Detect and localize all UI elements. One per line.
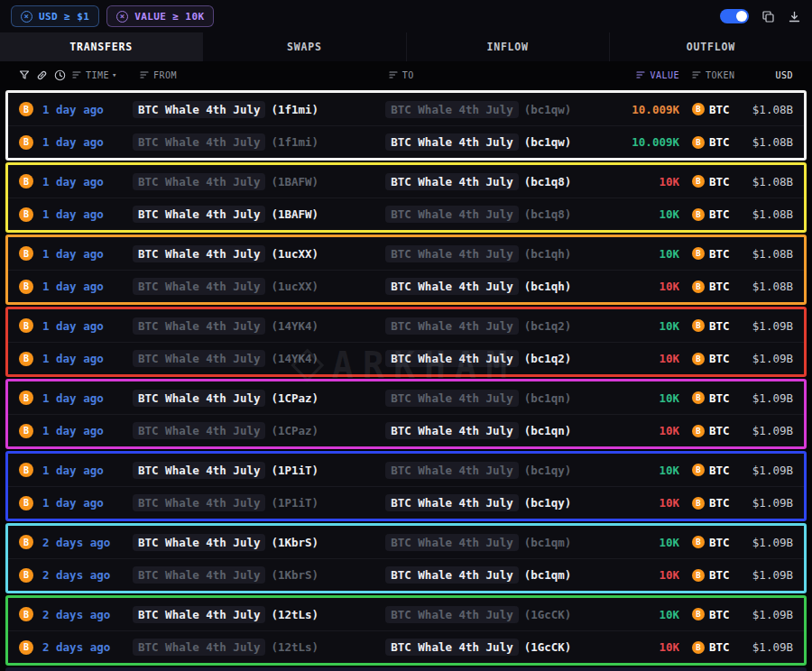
btc-token-icon: B: [692, 536, 705, 548]
column-usd[interactable]: USD: [734, 70, 793, 80]
from-entity[interactable]: BTC Whale 4th July (1KbrS): [133, 566, 318, 584]
entity-id: (bc1qh): [524, 247, 572, 261]
clock-icon[interactable]: [54, 69, 66, 81]
to-entity[interactable]: BTC Whale 4th July (1GcCK): [385, 639, 571, 656]
to-entity[interactable]: BTC Whale 4th July (bc1q2): [385, 317, 571, 335]
table-row[interactable]: B 1 day ago BTC Whale 4th July (1BAFW) B…: [8, 198, 804, 230]
table-row[interactable]: B 1 day ago BTC Whale 4th July (1BAFW) B…: [8, 165, 804, 198]
to-entity[interactable]: BTC Whale 4th July (bc1qw): [385, 133, 571, 151]
to-entity[interactable]: BTC Whale 4th July (1GcCK): [385, 606, 571, 623]
table-row[interactable]: B 1 day ago BTC Whale 4th July (1P1iT) B…: [8, 486, 804, 519]
from-entity[interactable]: BTC Whale 4th July (1ucXX): [133, 245, 318, 262]
time-cell[interactable]: 1 day ago: [42, 496, 125, 510]
entity-id: (1KbrS): [271, 536, 318, 549]
column-token[interactable]: TOKEN: [679, 70, 734, 80]
usd-cell: $1.09B: [734, 464, 793, 477]
table-row[interactable]: B 2 days ago BTC Whale 4th July (12tLs) …: [8, 598, 804, 630]
table-row[interactable]: B 1 day ago BTC Whale 4th July (1CPaz) B…: [8, 381, 804, 414]
from-entity[interactable]: BTC Whale 4th July (1BAFW): [133, 206, 318, 223]
from-entity[interactable]: BTC Whale 4th July (14YK4): [133, 317, 318, 335]
to-entity[interactable]: BTC Whale 4th July (bc1q2): [385, 350, 571, 367]
link-icon[interactable]: [36, 69, 48, 81]
table-row[interactable]: B 1 day ago BTC Whale 4th July (1f1mi) B…: [8, 125, 804, 158]
token-cell: B BTC: [679, 280, 734, 293]
to-entity[interactable]: BTC Whale 4th July (bc1q8): [385, 173, 571, 190]
column-to[interactable]: TO: [389, 70, 580, 80]
from-entity[interactable]: BTC Whale 4th July (1CPaz): [133, 422, 318, 439]
btc-icon: B: [19, 607, 33, 621]
to-entity[interactable]: BTC Whale 4th July (bc1qm): [385, 566, 571, 584]
time-cell[interactable]: 1 day ago: [42, 175, 125, 188]
to-entity[interactable]: BTC Whale 4th July (bc1qn): [385, 422, 571, 439]
entity-name: BTC Whale 4th July: [133, 566, 265, 584]
table-row[interactable]: B 1 day ago BTC Whale 4th July (14YK4) B…: [8, 342, 804, 374]
btc-icon: B: [19, 568, 33, 583]
table-row[interactable]: B 2 days ago BTC Whale 4th July (12tLs) …: [8, 630, 804, 663]
column-to-label: TO: [402, 70, 414, 80]
filter-chip-usd[interactable]: × USD ≥ $1: [11, 5, 99, 27]
transfer-group: B 1 day ago BTC Whale 4th July (1CPaz) B…: [5, 379, 807, 449]
time-cell[interactable]: 2 days ago: [42, 608, 125, 621]
time-cell[interactable]: 1 day ago: [42, 103, 125, 116]
tab-inflow[interactable]: INFLOW: [406, 32, 609, 61]
to-entity[interactable]: BTC Whale 4th July (bc1qw): [385, 101, 571, 118]
to-entity[interactable]: BTC Whale 4th July (bc1qy): [385, 494, 571, 511]
from-entity[interactable]: BTC Whale 4th July (1P1iT): [133, 462, 318, 479]
from-entity[interactable]: BTC Whale 4th July (1KbrS): [133, 534, 318, 551]
from-entity[interactable]: BTC Whale 4th July (1ucXX): [133, 278, 318, 295]
table-row[interactable]: B 2 days ago BTC Whale 4th July (1KbrS) …: [8, 558, 804, 591]
time-cell[interactable]: 1 day ago: [42, 247, 125, 261]
to-entity[interactable]: BTC Whale 4th July (bc1qh): [385, 278, 571, 295]
btc-icon: B: [19, 463, 33, 477]
to-entity[interactable]: BTC Whale 4th July (bc1q8): [385, 206, 571, 223]
time-cell[interactable]: 1 day ago: [42, 319, 125, 333]
view-toggle[interactable]: [720, 9, 749, 23]
column-time[interactable]: TIME ▾: [72, 70, 117, 80]
to-entity[interactable]: BTC Whale 4th July (bc1qh): [385, 245, 571, 262]
entity-name: BTC Whale 4th July: [385, 606, 518, 623]
close-icon[interactable]: ×: [116, 11, 128, 23]
table-row[interactable]: B 1 day ago BTC Whale 4th July (1ucXX) B…: [8, 270, 804, 302]
time-cell[interactable]: 1 day ago: [42, 391, 125, 405]
table-row[interactable]: B 1 day ago BTC Whale 4th July (1ucXX) B…: [8, 237, 804, 270]
table-row[interactable]: B 1 day ago BTC Whale 4th July (1CPaz) B…: [8, 414, 804, 446]
time-cell[interactable]: 2 days ago: [42, 640, 125, 654]
copy-icon[interactable]: [761, 10, 775, 23]
time-cell[interactable]: 2 days ago: [42, 568, 125, 582]
from-entity[interactable]: BTC Whale 4th July (1f1mi): [133, 101, 318, 118]
to-cell: BTC Whale 4th July (bc1qy): [385, 462, 580, 479]
time-cell[interactable]: 1 day ago: [42, 424, 125, 437]
time-cell[interactable]: 1 day ago: [42, 207, 125, 221]
table-row[interactable]: B 1 day ago BTC Whale 4th July (14YK4) B…: [8, 309, 804, 342]
column-from[interactable]: FROM: [140, 70, 389, 80]
from-entity[interactable]: BTC Whale 4th July (14YK4): [133, 350, 318, 367]
table-row[interactable]: B 1 day ago BTC Whale 4th July (1P1iT) B…: [8, 454, 804, 486]
table-row[interactable]: B 1 day ago BTC Whale 4th July (1f1mi) B…: [8, 93, 804, 125]
filter-chip-value[interactable]: × VALUE ≥ 10K: [106, 5, 214, 27]
to-entity[interactable]: BTC Whale 4th July (bc1qy): [385, 462, 571, 479]
to-entity[interactable]: BTC Whale 4th July (bc1qm): [385, 534, 571, 551]
from-entity[interactable]: BTC Whale 4th July (1f1mi): [133, 133, 318, 151]
filter-icon[interactable]: [19, 69, 30, 80]
btc-icon: B: [19, 535, 33, 549]
column-value[interactable]: VALUE: [580, 70, 679, 80]
download-icon[interactable]: [788, 10, 801, 23]
table-row[interactable]: B 2 days ago BTC Whale 4th July (1KbrS) …: [8, 526, 804, 558]
tab-transfers[interactable]: TRANSFERS: [0, 32, 202, 61]
from-entity[interactable]: BTC Whale 4th July (1BAFW): [133, 173, 318, 190]
time-cell[interactable]: 1 day ago: [42, 464, 125, 477]
to-entity[interactable]: BTC Whale 4th July (bc1qn): [385, 390, 571, 407]
from-entity[interactable]: BTC Whale 4th July (12tLs): [133, 639, 318, 656]
tab-swaps[interactable]: SWAPS: [202, 32, 405, 61]
close-icon[interactable]: ×: [21, 11, 32, 23]
time-cell[interactable]: 1 day ago: [42, 135, 125, 149]
time-cell[interactable]: 1 day ago: [42, 280, 125, 293]
token-symbol: BTC: [709, 352, 730, 365]
from-entity[interactable]: BTC Whale 4th July (1CPaz): [133, 390, 318, 407]
btc-icon: B: [19, 640, 33, 655]
time-cell[interactable]: 1 day ago: [42, 352, 125, 365]
from-entity[interactable]: BTC Whale 4th July (12tLs): [133, 606, 318, 623]
time-cell[interactable]: 2 days ago: [42, 536, 125, 549]
from-entity[interactable]: BTC Whale 4th July (1P1iT): [133, 494, 318, 511]
tab-outflow[interactable]: OUTFLOW: [609, 32, 812, 61]
